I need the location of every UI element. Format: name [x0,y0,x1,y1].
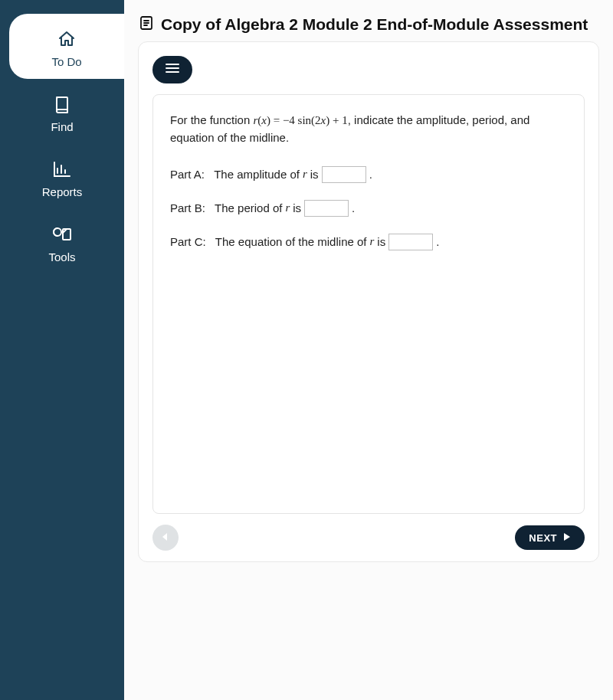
part-text-after: is [377,235,385,248]
part-text: The equation of the midline of [215,235,367,248]
part-label: Part C: [170,235,206,248]
part-text-after: is [293,201,301,214]
part-var: r [370,235,375,248]
tools-icon [51,223,73,246]
assessment-card: For the function r(x) = −4 sin(2x) + 1, … [138,41,599,562]
sidebar-item-label: Reports [42,185,83,198]
hamburger-icon [165,63,180,77]
period-punct: . [352,201,355,214]
question-part-c: Part C: The equation of the midline of r… [170,234,567,250]
next-label: NEXT [529,532,557,544]
answer-input-b[interactable] [304,200,349,217]
page-header: Copy of Algebra 2 Module 2 End-of-Module… [138,9,599,41]
bar-chart-icon [52,158,72,181]
part-var: r [285,201,290,214]
sidebar-item-tools[interactable]: Tools [0,209,124,274]
question-part-b: Part B: The period of r is . [170,200,567,217]
book-icon [54,93,70,116]
answer-input-a[interactable] [322,166,366,183]
part-text: The period of [215,201,282,214]
part-text: The amplitude of [214,168,300,181]
sidebar-item-todo[interactable]: To Do [9,14,124,79]
sidebar-item-find[interactable]: Find [0,79,124,144]
part-label: Part B: [170,201,205,214]
prompt-prefix: For the function [170,113,253,126]
sidebar-item-label: To Do [51,55,81,68]
question-body: For the function r(x) = −4 sin(2x) + 1, … [152,94,585,514]
period-punct: . [436,235,439,248]
prev-button[interactable] [152,525,179,551]
triangle-left-icon [161,531,170,545]
question-part-a: Part A: The amplitude of r is . [170,166,567,183]
question-prompt: For the function r(x) = −4 sin(2x) + 1, … [170,112,567,146]
answer-input-c[interactable] [388,234,433,250]
part-text-after: is [310,168,319,181]
document-icon [139,15,153,34]
question-nav: NEXT [152,525,585,551]
sidebar-item-reports[interactable]: Reports [0,144,124,209]
part-label: Part A: [170,168,205,181]
page-title: Copy of Algebra 2 Module 2 End-of-Module… [161,15,588,34]
period-punct: . [369,168,372,181]
next-button[interactable]: NEXT [515,525,585,550]
triangle-right-icon [563,532,571,544]
main-content: Copy of Algebra 2 Module 2 End-of-Module… [124,0,613,700]
home-icon [57,28,76,51]
part-var: r [303,168,307,181]
question-menu-button[interactable] [152,56,192,83]
sidebar-item-label: Find [51,120,73,133]
sidebar-item-label: Tools [48,250,75,263]
sidebar: To Do Find Reports [0,0,124,700]
function-expression: r(x) = −4 sin(2x) + 1 [253,114,347,126]
